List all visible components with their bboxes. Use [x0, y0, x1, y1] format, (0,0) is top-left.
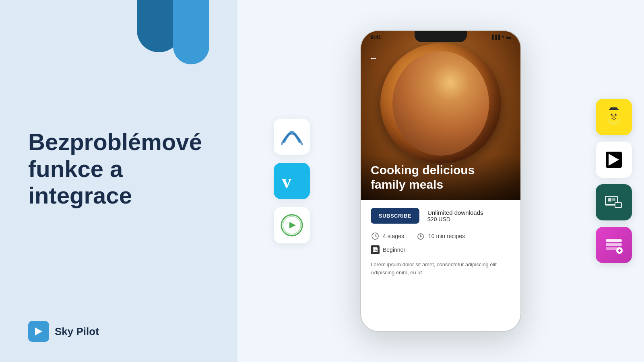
wifi-icon: ▾ — [502, 34, 504, 39]
subscribe-button[interactable]: SUBSCRIBE — [371, 208, 419, 224]
phone-notch — [415, 31, 467, 42]
svg-text:v: v — [282, 171, 291, 191]
phone-content: SUBSCRIBE Unlimited downloads $20 USD — [361, 200, 520, 284]
right-panel: v 9:41 ▐▐▐ ▾ ▬ — [237, 0, 644, 362]
level-row: Beginner — [371, 245, 511, 254]
screens-icon — [596, 184, 632, 220]
streamlabs-icon — [274, 119, 310, 155]
vimeo-icon: v — [274, 163, 310, 199]
greenplayer-icon — [274, 207, 310, 243]
stages-label: 4 stages — [383, 233, 404, 239]
logo-text: Sky Pilot — [55, 325, 99, 338]
left-panel: Bezproblémové funkce a integrace Sky Pil… — [0, 0, 237, 362]
headline-line2: funkce a integrace — [28, 156, 132, 209]
description: Lorem ipsum dolor sit amet, consectetur … — [371, 261, 511, 276]
status-icons: ▐▐▐ ▾ ▬ — [491, 34, 511, 39]
svg-point-17 — [616, 114, 617, 115]
svg-point-18 — [612, 115, 615, 118]
svg-point-16 — [612, 114, 613, 115]
status-time: 9:41 — [371, 34, 381, 40]
svg-point-20 — [618, 113, 621, 117]
recipes-stat: 10 min recipes — [416, 232, 465, 241]
subscribe-row: SUBSCRIBE Unlimited downloads $20 USD — [371, 208, 511, 224]
price-line1: Unlimited downloads — [427, 209, 483, 216]
hero-title: Cooking delicious family meals — [371, 163, 511, 192]
price-line2: $20 USD — [427, 216, 483, 222]
recipes-label: 10 min recipes — [428, 233, 465, 239]
headline-line1: Bezproblémové — [28, 129, 202, 155]
level-icon — [371, 245, 380, 254]
price-info: Unlimited downloads $20 USD — [427, 209, 483, 222]
timer-icon — [416, 232, 425, 241]
decorative-shapes — [137, 0, 237, 64]
svg-rect-31 — [606, 239, 622, 242]
headline: Bezproblémové funkce a integrace — [28, 129, 213, 209]
svg-rect-32 — [606, 243, 622, 246]
stages-stat: 4 stages — [371, 232, 404, 241]
hero-image: ← Cooking delicious family meals — [361, 31, 520, 200]
left-integrations: v — [274, 119, 310, 243]
flag-app-icon — [596, 142, 632, 178]
back-button[interactable]: ← — [369, 53, 378, 64]
logo-icon — [28, 321, 49, 342]
pizza-visual — [380, 43, 501, 164]
svg-marker-0 — [35, 327, 42, 335]
svg-rect-28 — [615, 203, 621, 207]
svg-point-15 — [615, 114, 617, 116]
right-integrations — [596, 99, 632, 263]
tableplus-icon — [596, 227, 632, 263]
svg-rect-22 — [610, 107, 617, 110]
logo: Sky Pilot — [28, 321, 213, 342]
stats-row: 4 stages 10 min recipes — [371, 232, 511, 241]
svg-rect-30 — [612, 198, 615, 201]
signal-icon: ▐▐▐ — [491, 35, 500, 39]
deco-shape-light — [173, 0, 209, 64]
svg-point-19 — [607, 113, 610, 117]
level-text: Beginner — [383, 247, 405, 253]
mailchimp-icon — [596, 99, 632, 135]
battery-icon: ▬ — [506, 35, 511, 39]
hero-overlay: Cooking delicious family meals — [361, 155, 520, 200]
phone-mockup: 9:41 ▐▐▐ ▾ ▬ ← Cooking delicious family … — [360, 30, 521, 332]
phone-frame: 9:41 ▐▐▐ ▾ ▬ ← Cooking delicious family … — [360, 30, 521, 332]
stages-icon — [371, 232, 380, 241]
svg-point-14 — [611, 114, 613, 116]
svg-rect-29 — [608, 198, 611, 202]
